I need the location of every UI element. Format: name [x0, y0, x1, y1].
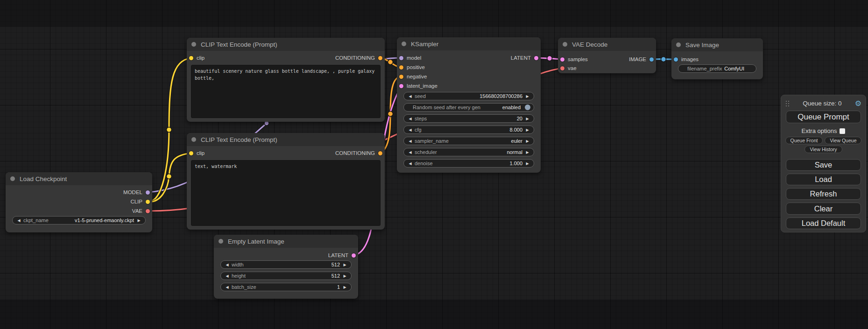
clip-link1-midpoint-dot[interactable] [167, 127, 172, 133]
latent-out-link-midpoint-dot[interactable] [547, 56, 552, 61]
input-port-images[interactable]: images [674, 56, 699, 63]
output-port-clip[interactable]: CLIP [130, 198, 150, 205]
image-port-dot[interactable] [674, 57, 678, 62]
prev-arrow-icon[interactable]: ◀ [407, 139, 413, 143]
empty-latent-image-node[interactable]: Empty Latent Image LATENT ◀ width 512 ▶ … [214, 235, 358, 299]
width-widget[interactable]: ◀ width 512 ▶ [220, 260, 352, 269]
latent-port-dot[interactable] [560, 57, 565, 62]
input-port-positive[interactable]: positive [399, 64, 425, 70]
clip-positive-title-bar[interactable]: CLIP Text Encode (Prompt) [187, 38, 385, 51]
conditioning-port-dot[interactable] [399, 75, 403, 79]
positive-prompt-textarea[interactable]: beautiful scenery nature glass bottle la… [191, 65, 381, 118]
conditioning-link1-midpoint-dot[interactable] [388, 60, 393, 65]
clip-port-dot[interactable] [189, 56, 193, 60]
input-port-latent-image[interactable]: latent_image [399, 83, 438, 89]
conditioning-port-dot[interactable] [399, 65, 403, 70]
random-seed-toggle-widget[interactable]: Random seed after every gen enabled [403, 103, 534, 112]
save-image-title-bar[interactable]: Save Image [671, 38, 763, 51]
next-arrow-icon[interactable]: ▶ [136, 218, 142, 223]
clip-text-encode-negative-node[interactable]: CLIP Text Encode (Prompt) clip CONDITION… [187, 133, 385, 230]
next-arrow-icon[interactable]: ▶ [524, 117, 530, 121]
load-checkpoint-node[interactable]: Load Checkpoint MODEL CLIP VAE ◀ ckpt_na… [6, 172, 152, 232]
clip-negative-title-bar[interactable]: CLIP Text Encode (Prompt) [187, 133, 385, 146]
model-port-dot[interactable] [399, 56, 403, 60]
input-port-samples[interactable]: samples [560, 56, 588, 63]
sampler-name-widget[interactable]: ◀ sampler_name euler ▶ [403, 137, 534, 145]
input-port-model[interactable]: model [399, 55, 421, 61]
cfg-widget[interactable]: ◀ cfg 8.000 ▶ [403, 126, 534, 134]
ckpt-name-widget[interactable]: ◀ ckpt_name v1-5-pruned-emaonly.ckpt ▶ [12, 216, 146, 224]
drag-handle-icon[interactable] [785, 100, 790, 106]
input-port-vae[interactable]: vae [560, 65, 577, 71]
collapse-dot-icon[interactable] [402, 42, 406, 46]
seed-widget[interactable]: ◀ seed 156680208700286 ▶ [403, 92, 534, 100]
vae-port-dot[interactable] [146, 209, 150, 213]
batch-size-widget[interactable]: ◀ batch_size 1 ▶ [220, 283, 352, 291]
clip-text-encode-positive-node[interactable]: CLIP Text Encode (Prompt) clip CONDITION… [187, 38, 385, 122]
output-port-vae[interactable]: VAE [132, 208, 150, 214]
output-port-latent[interactable]: LATENT [328, 252, 356, 259]
output-port-conditioning[interactable]: CONDITIONING [335, 55, 382, 61]
prev-arrow-icon[interactable]: ◀ [407, 128, 413, 132]
conditioning-port-dot[interactable] [378, 56, 382, 60]
empty-latent-title-bar[interactable]: Empty Latent Image [214, 235, 358, 248]
extra-options-checkbox[interactable] [840, 128, 845, 134]
vae-decode-node[interactable]: VAE Decode samples vae IMAGE [558, 38, 656, 73]
input-port-clip[interactable]: clip [189, 55, 205, 61]
input-port-negative[interactable]: negative [399, 73, 427, 80]
next-arrow-icon[interactable]: ▶ [524, 150, 530, 154]
image-port-dot[interactable] [649, 57, 654, 62]
next-arrow-icon[interactable]: ▶ [524, 94, 530, 98]
save-image-node[interactable]: Save Image images filename_prefix ComfyU… [671, 38, 763, 79]
toggle-dot-icon[interactable] [525, 105, 530, 110]
view-queue-button[interactable]: View Queue [825, 137, 861, 144]
conditioning-port-dot[interactable] [378, 151, 382, 155]
latent-port-dot[interactable] [399, 84, 403, 88]
prev-arrow-icon[interactable]: ◀ [407, 94, 413, 98]
collapse-dot-icon[interactable] [219, 239, 223, 244]
prev-arrow-icon[interactable]: ◀ [407, 150, 413, 154]
next-arrow-icon[interactable]: ▶ [524, 161, 530, 166]
collapse-dot-icon[interactable] [191, 42, 196, 47]
prev-arrow-icon[interactable]: ◀ [16, 218, 22, 223]
latent-port-dot[interactable] [534, 56, 538, 60]
model-port-dot[interactable] [146, 190, 150, 195]
prev-arrow-icon[interactable]: ◀ [224, 285, 230, 289]
image-link-midpoint-dot[interactable] [661, 57, 666, 62]
collapse-dot-icon[interactable] [563, 42, 567, 47]
steps-widget[interactable]: ◀ steps 20 ▶ [403, 114, 534, 123]
gear-icon[interactable]: ⚙ [855, 100, 861, 107]
input-port-clip[interactable]: clip [189, 150, 205, 156]
load-button[interactable]: Load [786, 174, 861, 185]
clip-port-dot[interactable] [189, 151, 193, 155]
ksampler-node[interactable]: KSampler model positive negative latent_… [397, 37, 541, 173]
clip-link2-midpoint-dot[interactable] [167, 174, 172, 179]
queue-prompt-button[interactable]: Queue Prompt [786, 111, 861, 123]
filename-prefix-widget[interactable]: filename_prefix ComfyUI [678, 64, 756, 73]
clear-button[interactable]: Clear [786, 203, 861, 214]
collapse-dot-icon[interactable] [10, 176, 15, 181]
load-checkpoint-title-bar[interactable]: Load Checkpoint [6, 172, 152, 185]
refresh-button[interactable]: Refresh [786, 188, 861, 200]
collapse-dot-icon[interactable] [191, 137, 196, 142]
conditioning-link2-midpoint-dot[interactable] [388, 112, 393, 117]
next-arrow-icon[interactable]: ▶ [342, 285, 348, 289]
negative-prompt-textarea[interactable]: text, watermark [191, 160, 381, 226]
denoise-widget[interactable]: ◀ denoise 1.000 ▶ [403, 159, 534, 168]
next-arrow-icon[interactable]: ▶ [342, 263, 348, 267]
output-port-image[interactable]: IMAGE [629, 56, 654, 63]
latent-port-dot[interactable] [352, 253, 356, 258]
save-button[interactable]: Save [786, 159, 861, 171]
view-history-button[interactable]: View History [804, 146, 842, 153]
next-arrow-icon[interactable]: ▶ [342, 274, 348, 278]
vae-decode-title-bar[interactable]: VAE Decode [558, 38, 656, 51]
height-widget[interactable]: ◀ height 512 ▶ [220, 272, 352, 280]
output-port-conditioning[interactable]: CONDITIONING [335, 150, 382, 156]
next-arrow-icon[interactable]: ▶ [524, 139, 530, 143]
prev-arrow-icon[interactable]: ◀ [407, 117, 413, 121]
vae-port-dot[interactable] [560, 66, 565, 70]
ksampler-title-bar[interactable]: KSampler [397, 37, 541, 50]
next-arrow-icon[interactable]: ▶ [524, 128, 530, 132]
prev-arrow-icon[interactable]: ◀ [224, 263, 230, 267]
prev-arrow-icon[interactable]: ◀ [224, 274, 230, 278]
